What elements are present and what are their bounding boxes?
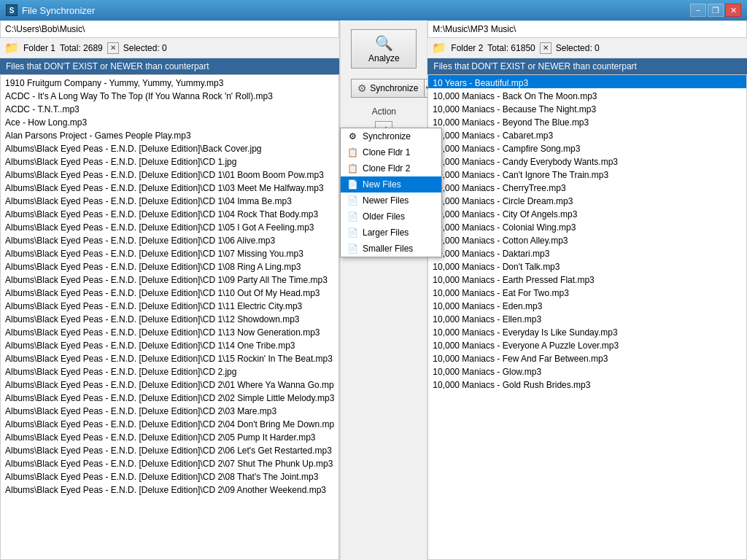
left-file-item[interactable]: Albums\Black Eyed Peas - E.N.D. [Deluxe …	[1, 482, 338, 495]
left-file-item[interactable]: Albums\Black Eyed Peas - E.N.D. [Deluxe …	[1, 219, 338, 233]
right-file-item[interactable]: 10,000 Maniacs - City Of Angels.mp3	[428, 206, 746, 219]
right-selected: Selected: 0	[556, 43, 600, 53]
right-file-item[interactable]: 10,000 Maniacs - Everyone A Puzzle Lover…	[428, 338, 746, 351]
newer-files-label: Newer Files	[363, 195, 409, 206]
left-file-item[interactable]: Albums\Black Eyed Peas - E.N.D. [Deluxe …	[1, 285, 338, 298]
right-file-item[interactable]: 10,000 Maniacs - Circle Dream.mp3	[428, 193, 746, 206]
dropdown-item-new-files[interactable]: 📄New Files	[341, 176, 441, 192]
title-bar: S File Synchronizer − ❐ ✕	[0, 0, 747, 20]
right-file-item[interactable]: 10,000 Maniacs - Daktari.mp3	[428, 246, 746, 259]
right-file-item[interactable]: 10,000 Maniacs - Glow.mp3	[428, 364, 746, 377]
dropdown-item-newer-files[interactable]: 📄Newer Files	[341, 192, 441, 209]
left-file-item[interactable]: Albums\Black Eyed Peas - E.N.D. [Deluxe …	[1, 469, 338, 482]
minimize-button[interactable]: −	[690, 4, 706, 17]
left-file-item[interactable]: Albums\Black Eyed Peas - E.N.D. [Deluxe …	[1, 429, 338, 443]
main-container: C:\Users\Bob\Music\ 📁 Folder 1 Total: 26…	[0, 20, 747, 560]
left-header-text: Files that DON'T EXIST or NEWER than cou…	[6, 61, 209, 71]
dropdown-item-clone-fldr2[interactable]: 📋Clone Fldr 2	[341, 160, 441, 176]
dropdown-item-smaller-files[interactable]: 📄Smaller Files	[341, 241, 441, 257]
dropdown-item-synchronize[interactable]: ⚙Synchronize	[341, 128, 441, 144]
right-folder-info: 📁 Folder 2 Total: 61850 ✕ Selected: 0	[427, 38, 747, 58]
right-file-item[interactable]: 10,000 Maniacs - Few And Far Between.mp3	[428, 351, 746, 364]
right-file-item[interactable]: 10,000 Maniacs - Can't Ignore The Train.…	[428, 167, 746, 180]
dropdown-item-older-files[interactable]: 📄Older Files	[341, 209, 441, 225]
analyze-icon: 🔍	[375, 34, 393, 52]
left-file-item[interactable]: Albums\Black Eyed Peas - E.N.D. [Deluxe …	[1, 206, 338, 219]
left-file-item[interactable]: Albums\Black Eyed Peas - E.N.D. [Deluxe …	[1, 324, 338, 338]
dropdown-item-clone-fldr1[interactable]: 📋Clone Fldr 1	[341, 144, 441, 160]
left-file-item[interactable]: Albums\Black Eyed Peas - E.N.D. [Deluxe …	[1, 338, 338, 351]
left-file-item[interactable]: Albums\Black Eyed Peas - E.N.D. [Deluxe …	[1, 246, 338, 259]
right-file-item[interactable]: 10,000 Maniacs - CherryTree.mp3	[428, 180, 746, 193]
right-file-item[interactable]: 10,000 Maniacs - Ellen.mp3	[428, 311, 746, 324]
right-file-item[interactable]: 10,000 Maniacs - Everyday Is Like Sunday…	[428, 324, 746, 338]
left-file-item[interactable]: Albums\Black Eyed Peas - E.N.D. [Deluxe …	[1, 390, 338, 403]
dropdown-item-larger-files[interactable]: 📄Larger Files	[341, 225, 441, 241]
left-file-item[interactable]: Albums\Black Eyed Peas - E.N.D. [Deluxe …	[1, 456, 338, 469]
left-file-item[interactable]: ACDC - It's A Long Way To The Top (If Yo…	[1, 88, 338, 101]
right-file-item[interactable]: 10,000 Maniacs - Back On The Moon.mp3	[428, 88, 746, 101]
right-path: M:\Music\MP3 Music\	[433, 24, 516, 34]
left-file-item[interactable]: Albums\Black Eyed Peas - E.N.D. [Deluxe …	[1, 193, 338, 206]
left-file-item[interactable]: Albums\Black Eyed Peas - E.N.D. [Deluxe …	[1, 416, 338, 429]
analyze-button[interactable]: 🔍 Analyze	[351, 29, 417, 69]
right-total: Total: 61850	[487, 43, 535, 53]
right-file-item[interactable]: 10,000 Maniacs - Cabaret.mp3	[428, 128, 746, 141]
left-file-item[interactable]: Albums\Black Eyed Peas - E.N.D. [Deluxe …	[1, 154, 338, 167]
right-file-item[interactable]: 10,000 Maniacs - Candy Everybody Wants.m…	[428, 154, 746, 167]
newer-files-icon: 📄	[347, 195, 358, 206]
left-total: Total: 2689	[60, 43, 103, 53]
left-folder-icon: 📁	[4, 41, 19, 55]
right-file-item[interactable]: 10 Years - Beautiful.mp3	[428, 75, 746, 88]
right-file-item[interactable]: 10,000 Maniacs - Gold Rush Brides.mp3	[428, 377, 746, 390]
right-file-item[interactable]: 10,000 Maniacs - Eat For Two.mp3	[428, 285, 746, 298]
left-file-item[interactable]: Albums\Black Eyed Peas - E.N.D. [Deluxe …	[1, 298, 338, 311]
right-file-item[interactable]: 10,000 Maniacs - Cotton Alley.mp3	[428, 233, 746, 246]
close-button[interactable]: ✕	[725, 4, 741, 17]
older-files-icon: 📄	[347, 211, 358, 222]
right-file-item[interactable]: 10,000 Maniacs - Don't Talk.mp3	[428, 259, 746, 272]
left-file-item[interactable]: Albums\Black Eyed Peas - E.N.D. [Deluxe …	[1, 141, 338, 154]
right-close-button[interactable]: ✕	[540, 42, 551, 54]
left-file-item[interactable]: Albums\Black Eyed Peas - E.N.D. [Deluxe …	[1, 180, 338, 193]
left-file-item[interactable]: Albums\Black Eyed Peas - E.N.D. [Deluxe …	[1, 364, 338, 377]
right-file-item[interactable]: 10,000 Maniacs - Beyond The Blue.mp3	[428, 114, 746, 128]
app-icon: S	[6, 4, 18, 16]
left-file-item[interactable]: ACDC - T.N.T..mp3	[1, 101, 338, 114]
left-file-item[interactable]: Albums\Black Eyed Peas - E.N.D. [Deluxe …	[1, 351, 338, 364]
sync-gear-icon: ⚙	[357, 82, 367, 94]
analyze-label: Analyze	[368, 53, 400, 63]
right-header-bar: Files that DON'T EXIST or NEWER than cou…	[427, 58, 747, 74]
right-file-item[interactable]: 10,000 Maniacs - Eden.mp3	[428, 298, 746, 311]
right-header-text: Files that DON'T EXIST or NEWER than cou…	[433, 61, 637, 71]
right-file-item[interactable]: 10,000 Maniacs - Colonial Wing.mp3	[428, 219, 746, 233]
restore-button[interactable]: ❐	[708, 4, 724, 17]
left-file-item[interactable]: Albums\Black Eyed Peas - E.N.D. [Deluxe …	[1, 311, 338, 324]
window-controls: − ❐ ✕	[690, 4, 741, 17]
synchronize-button[interactable]: ⚙ Synchronize	[351, 79, 425, 98]
left-file-item[interactable]: Ace - How Long.mp3	[1, 114, 338, 128]
left-file-item[interactable]: Alan Parsons Project - Games People Play…	[1, 128, 338, 141]
right-file-list[interactable]: 10 Years - Beautiful.mp310,000 Maniacs -…	[427, 74, 747, 560]
dropdown-menu[interactable]: ⚙Synchronize📋Clone Fldr 1📋Clone Fldr 2📄N…	[340, 128, 442, 257]
left-file-item[interactable]: Albums\Black Eyed Peas - E.N.D. [Deluxe …	[1, 272, 338, 285]
right-file-item[interactable]: 10,000 Maniacs - Campfire Song.mp3	[428, 141, 746, 154]
left-file-item[interactable]: Albums\Black Eyed Peas - E.N.D. [Deluxe …	[1, 403, 338, 416]
left-file-item[interactable]: Albums\Black Eyed Peas - E.N.D. [Deluxe …	[1, 259, 338, 272]
left-file-item[interactable]: Albums\Black Eyed Peas - E.N.D. [Deluxe …	[1, 233, 338, 246]
right-file-item[interactable]: 10,000 Maniacs - Earth Pressed Flat.mp3	[428, 272, 746, 285]
left-header-bar: Files that DON'T EXIST or NEWER than cou…	[0, 58, 339, 74]
left-file-item[interactable]: Albums\Black Eyed Peas - E.N.D. [Deluxe …	[1, 167, 338, 180]
smaller-files-icon: 📄	[347, 243, 358, 254]
right-file-item[interactable]: 10,000 Maniacs - Because The Night.mp3	[428, 101, 746, 114]
left-file-item[interactable]: 1910 Fruitgum Company - Yummy, Yummy, Yu…	[1, 75, 338, 88]
left-file-list[interactable]: 1910 Fruitgum Company - Yummy, Yummy, Yu…	[0, 74, 339, 560]
left-path: C:\Users\Bob\Music\	[5, 24, 85, 34]
left-file-item[interactable]: Albums\Black Eyed Peas - E.N.D. [Deluxe …	[1, 377, 338, 390]
new-files-label: New Files	[363, 179, 401, 190]
left-selected: Selected: 0	[123, 43, 167, 53]
left-close-button[interactable]: ✕	[107, 42, 119, 54]
left-file-item[interactable]: Albums\Black Eyed Peas - E.N.D. [Deluxe …	[1, 443, 338, 456]
right-panel: M:\Music\MP3 Music\ 📁 Folder 2 Total: 61…	[427, 20, 747, 560]
right-path-bar: M:\Music\MP3 Music\	[427, 20, 747, 38]
